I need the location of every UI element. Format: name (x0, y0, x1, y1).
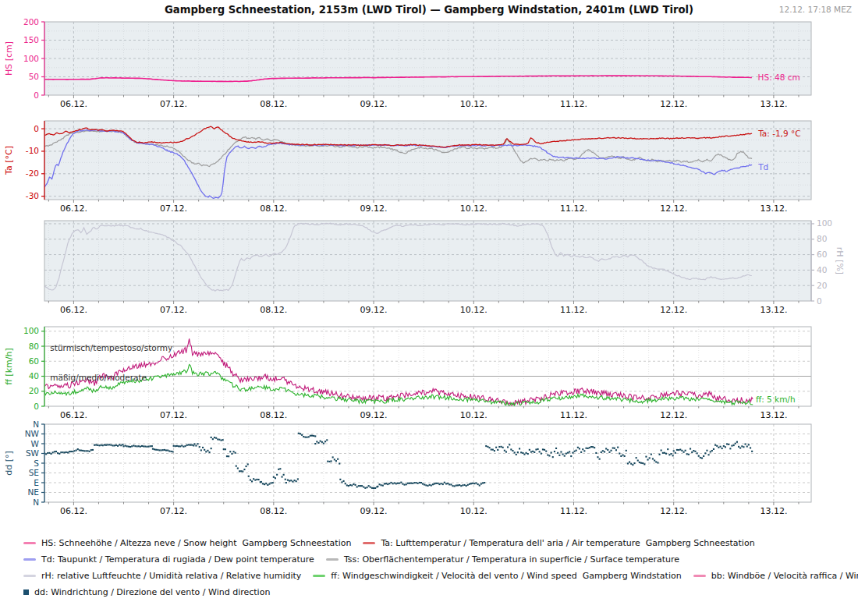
x-day-label: 07.12. (160, 204, 187, 214)
panel-ff: ff: 5 km/h020406080100ff [km/h]06.12.07.… (4, 326, 811, 420)
y-tick-label: 150 (23, 35, 39, 44)
y-tick-label: SE (29, 468, 39, 477)
y-axis-title: Ta [°C] (4, 146, 14, 175)
legend-swatch-rH (23, 575, 36, 577)
y-axis-title: ff [km/h] (4, 348, 14, 384)
x-day-label: 13.12. (760, 204, 787, 214)
x-day-label: 12.12. (660, 305, 687, 315)
x-day-label: 06.12. (60, 99, 87, 109)
y-axis-title: HS [cm] (4, 41, 14, 76)
x-day-label: 06.12. (60, 204, 87, 214)
y-tick-label: E (34, 478, 39, 487)
legend-item: ff: Windgeschwindigkeit / Velocità del v… (313, 571, 681, 581)
legend-label: bb: Windböe / Velocità raffica / Wind gu… (711, 571, 858, 581)
series-end-label: HS: 48 cm (758, 73, 800, 82)
y-axis-title: rH [%] (835, 247, 845, 274)
x-day-label: 12.12. (660, 99, 687, 109)
y-tick-label: W (31, 439, 40, 448)
y-tick-label: SW (26, 448, 40, 458)
legend-row: Td: Taupunkt / Temperatura di rugiada / … (23, 551, 853, 568)
x-day-label: 07.12. (160, 410, 187, 420)
y-tick-label: 0 (34, 402, 39, 411)
y-tick-label: 0 (817, 296, 822, 306)
x-day-label: 11.12. (560, 99, 587, 109)
x-day-label: 13.12. (760, 506, 787, 516)
x-day-label: 11.12. (560, 410, 587, 420)
x-day-label: 07.12. (160, 99, 187, 109)
y-tick-label: 100 (23, 54, 39, 63)
x-day-label: 12.12. (660, 410, 687, 420)
x-day-label: 06.12. (60, 506, 87, 516)
legend-label: rH: relative Luftfeuchte / Umidità relat… (41, 571, 301, 581)
legend-swatch-HS (23, 542, 36, 544)
x-day-label: 10.12. (460, 410, 488, 420)
x-day-label: 06.12. (60, 410, 87, 420)
legend-swatch-Td (23, 558, 36, 561)
x-day-label: 08.12. (260, 305, 287, 315)
legend-swatch-Ta (363, 542, 375, 544)
legend-label: Ta: Lufttemperatur / Temperatura dell' a… (381, 538, 754, 548)
y-tick-label: N (33, 497, 39, 507)
x-day-label: 08.12. (260, 99, 287, 109)
legend-swatch-bb (693, 575, 706, 577)
legend-item: bb: Windböe / Velocità raffica / Wind gu… (693, 571, 858, 581)
y-tick-label: S (34, 458, 39, 468)
panel-bg (44, 327, 811, 406)
legend-item: rH: relative Luftfeuchte / Umidità relat… (23, 571, 301, 581)
y-tick-label: 80 (817, 234, 827, 243)
y-tick-label: 50 (29, 72, 39, 81)
legend-row: dd: Windrichtung / Direzione del vento /… (23, 584, 853, 600)
panel-bg (44, 221, 811, 301)
legend-item: Ta: Lufttemperatur / Temperatura dell' a… (363, 538, 754, 548)
y-tick-label: 40 (29, 371, 39, 381)
y-tick-label: NW (25, 429, 40, 438)
y-tick-label: -20 (26, 168, 39, 178)
legend-item: Td: Taupunkt / Temperatura di rugiada / … (23, 554, 314, 565)
x-day-label: 10.12. (460, 506, 488, 516)
x-day-label: 13.12. (760, 305, 787, 315)
x-day-label: 09.12. (360, 506, 388, 516)
panel-hs: HS: 48 cm050100150200HS [cm]06.12.07.12.… (4, 17, 811, 110)
y-tick-label: 0 (34, 90, 39, 100)
series-end-label: Td (757, 162, 768, 172)
legend-item: Tss: Oberflächentemperatur / Temperatura… (326, 554, 679, 565)
legend-label: Tss: Oberflächentemperatur / Temperatura… (344, 554, 679, 565)
x-day-label: 08.12. (260, 410, 287, 420)
legend-item: HS: Schneehöhe / Altezza neve / Snow hei… (23, 538, 351, 548)
y-axis-title: dd [°] (4, 451, 14, 476)
series-end-label: Ta: -1,9 °C (757, 129, 800, 138)
x-day-label: 09.12. (360, 410, 388, 420)
y-tick-label: 100 (23, 326, 39, 335)
x-day-label: 08.12. (260, 506, 287, 516)
legend-swatch-Tss (326, 558, 339, 561)
legend-label: Td: Taupunkt / Temperatura di rugiada / … (41, 554, 314, 565)
y-tick-label: 60 (817, 250, 827, 259)
x-day-label: 10.12. (460, 305, 488, 315)
y-tick-label: 0 (34, 124, 39, 133)
legend-label: dd: Windrichtung / Direzione del vento /… (34, 587, 270, 597)
legend-row: rH: relative Luftfeuchte / Umidità relat… (23, 568, 853, 584)
x-day-label: 09.12. (360, 99, 388, 109)
x-day-label: 09.12. (360, 204, 388, 214)
panel-ta: TdTa: -1,9 °C0-10-20-30Ta [°C]06.12.07.1… (4, 121, 811, 214)
y-tick-label: -30 (26, 191, 39, 200)
x-day-label: 11.12. (560, 204, 587, 214)
legend-label: HS: Schneehöhe / Altezza neve / Snow hei… (41, 538, 351, 548)
panel-rh: 020406080100rH [%]06.12.07.12.08.12.09.1… (44, 218, 845, 315)
y-tick-label: 60 (29, 356, 39, 366)
x-day-label: 12.12. (660, 204, 687, 214)
weather-station-chart-page: Gampberg Schneestation, 2153m (LWD Tirol… (0, 0, 858, 616)
legend-row: HS: Schneehöhe / Altezza neve / Snow hei… (23, 535, 853, 551)
x-day-label: 08.12. (260, 204, 287, 214)
x-day-label: 11.12. (560, 506, 587, 516)
x-day-label: 09.12. (360, 305, 388, 315)
legend: HS: Schneehöhe / Altezza neve / Snow hei… (23, 535, 853, 600)
legend-swatch-ff (313, 575, 325, 577)
x-day-label: 10.12. (460, 99, 488, 109)
x-day-label: 07.12. (160, 305, 187, 315)
chart-canvas: HS: 48 cm050100150200HS [cm]06.12.07.12.… (0, 0, 858, 527)
y-tick-label: 80 (29, 342, 39, 351)
y-tick-label: 20 (817, 281, 827, 290)
x-day-label: 11.12. (560, 305, 587, 315)
series-end-label: ff: 5 km/h (756, 395, 796, 404)
